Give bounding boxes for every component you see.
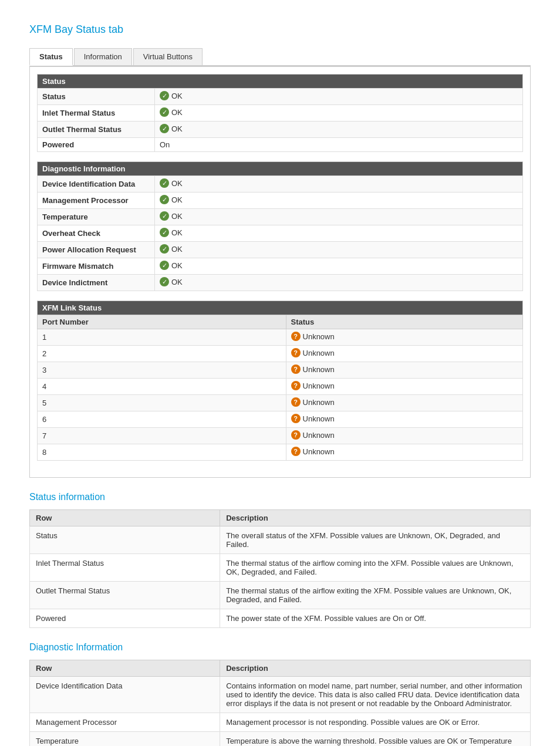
ok-icon bbox=[160, 261, 169, 270]
port-number: 1 bbox=[38, 329, 286, 346]
list-item: Management ProcessorManagement processor… bbox=[30, 713, 531, 732]
port-status: Unknown bbox=[286, 428, 522, 444]
status-header: Status bbox=[38, 75, 523, 89]
ok-icon bbox=[160, 107, 169, 117]
row-value: OK bbox=[155, 89, 523, 105]
row-label: Device Identification Data bbox=[38, 176, 155, 193]
info-row-desc: The overall status of the XFM. Possible … bbox=[220, 526, 531, 554]
row-label: Management Processor bbox=[38, 193, 155, 209]
status-info-table: Row Description StatusThe overall status… bbox=[29, 509, 531, 628]
row-label: Power Allocation Request bbox=[38, 242, 155, 258]
unknown-icon bbox=[291, 414, 301, 423]
table-row: 7 Unknown bbox=[38, 428, 523, 444]
ok-icon bbox=[160, 91, 169, 100]
port-number: 5 bbox=[38, 395, 286, 411]
unknown-icon bbox=[291, 348, 301, 357]
row-value: OK bbox=[155, 176, 523, 193]
unknown-icon bbox=[291, 332, 301, 341]
status-info-heading: Status information bbox=[29, 492, 531, 502]
row-label: Outlet Thermal Status bbox=[38, 121, 155, 138]
table-row: Outlet Thermal Status OK bbox=[38, 121, 523, 138]
table-row: Status OK bbox=[38, 89, 523, 105]
status-info-col-desc: Description bbox=[220, 510, 531, 526]
xfm-link-header: XFM Link Status bbox=[38, 301, 523, 315]
info-row-desc: The power state of the XFM. Possible val… bbox=[220, 609, 531, 628]
unknown-icon bbox=[291, 397, 301, 407]
row-value: OK bbox=[155, 225, 523, 242]
diagnostic-info-col-row: Row bbox=[30, 660, 220, 677]
info-row-desc: Management processor is not responding. … bbox=[220, 713, 531, 732]
info-row-name: Inlet Thermal Status bbox=[30, 554, 220, 582]
list-item: Outlet Thermal StatusThe thermal status … bbox=[30, 582, 531, 609]
port-number: 6 bbox=[38, 411, 286, 428]
list-item: Inlet Thermal StatusThe thermal status o… bbox=[30, 554, 531, 582]
list-item: Device Identification DataContains infor… bbox=[30, 677, 531, 713]
status-info-col-row: Row bbox=[30, 510, 220, 526]
row-value: OK bbox=[155, 209, 523, 225]
xfm-col-port: Port Number bbox=[38, 315, 286, 329]
table-row: Overheat Check OK bbox=[38, 225, 523, 242]
info-row-desc: The thermal status of the airflow coming… bbox=[220, 554, 531, 582]
diagnostic-info-heading: Diagnostic Information bbox=[29, 642, 531, 653]
page-title: XFM Bay Status tab bbox=[29, 23, 531, 36]
info-row-name: Powered bbox=[30, 609, 220, 628]
table-row: Temperature OK bbox=[38, 209, 523, 225]
unknown-icon bbox=[291, 447, 301, 456]
info-row-name: Status bbox=[30, 526, 220, 554]
status-table: Status Status OKInlet Thermal Status OKO… bbox=[37, 74, 523, 152]
port-number: 8 bbox=[38, 444, 286, 461]
port-status: Unknown bbox=[286, 329, 522, 346]
info-row-name: Temperature bbox=[30, 732, 220, 747]
row-label: Inlet Thermal Status bbox=[38, 105, 155, 121]
row-label: Status bbox=[38, 89, 155, 105]
row-label: Overheat Check bbox=[38, 225, 155, 242]
info-row-desc: Contains information on model name, part… bbox=[220, 677, 531, 713]
table-row: 1 Unknown bbox=[38, 329, 523, 346]
diagnostic-info-col-desc: Description bbox=[220, 660, 531, 677]
tab-status[interactable]: Status bbox=[29, 48, 73, 66]
port-status: Unknown bbox=[286, 411, 522, 428]
ok-icon bbox=[160, 228, 169, 237]
tab-bar: Status Information Virtual Buttons bbox=[29, 48, 531, 66]
row-value: OK bbox=[155, 258, 523, 275]
row-value: OK bbox=[155, 242, 523, 258]
list-item: StatusThe overall status of the XFM. Pos… bbox=[30, 526, 531, 554]
xfm-link-table: XFM Link Status Port Number Status 1 Unk… bbox=[37, 301, 523, 461]
table-row: Firmware Mismatch OK bbox=[38, 258, 523, 275]
diagnostic-header: Diagnostic Information bbox=[38, 162, 523, 176]
ok-icon bbox=[160, 211, 169, 221]
table-row: PoweredOn bbox=[38, 138, 523, 152]
unknown-icon bbox=[291, 364, 301, 374]
ok-icon bbox=[160, 244, 169, 254]
table-row: 4 Unknown bbox=[38, 379, 523, 395]
xfm-col-status: Status bbox=[286, 315, 522, 329]
ok-icon bbox=[160, 124, 169, 133]
row-value: OK bbox=[155, 121, 523, 138]
diagnostic-info-table: Row Description Device Identification Da… bbox=[29, 660, 531, 746]
info-row-desc: The thermal status of the airflow exitin… bbox=[220, 582, 531, 609]
port-number: 3 bbox=[38, 362, 286, 379]
row-label: Device Indictment bbox=[38, 275, 155, 291]
ok-icon bbox=[160, 195, 169, 204]
unknown-icon bbox=[291, 381, 301, 390]
port-status: Unknown bbox=[286, 444, 522, 461]
unknown-icon bbox=[291, 430, 301, 440]
table-row: 2 Unknown bbox=[38, 346, 523, 362]
table-row: Inlet Thermal Status OK bbox=[38, 105, 523, 121]
info-row-name: Device Identification Data bbox=[30, 677, 220, 713]
port-number: 7 bbox=[38, 428, 286, 444]
info-row-name: Management Processor bbox=[30, 713, 220, 732]
table-row: Power Allocation Request OK bbox=[38, 242, 523, 258]
tab-virtual-buttons[interactable]: Virtual Buttons bbox=[133, 48, 203, 66]
table-row: Device Indictment OK bbox=[38, 275, 523, 291]
row-value: On bbox=[155, 138, 523, 152]
row-label: Temperature bbox=[38, 209, 155, 225]
info-row-name: Outlet Thermal Status bbox=[30, 582, 220, 609]
info-row-desc: Temperature is above the warning thresho… bbox=[220, 732, 531, 747]
ok-icon bbox=[160, 277, 169, 286]
tab-information[interactable]: Information bbox=[74, 48, 132, 66]
table-row: Management Processor OK bbox=[38, 193, 523, 209]
list-item: TemperatureTemperature is above the warn… bbox=[30, 732, 531, 747]
port-status: Unknown bbox=[286, 395, 522, 411]
row-value: OK bbox=[155, 193, 523, 209]
